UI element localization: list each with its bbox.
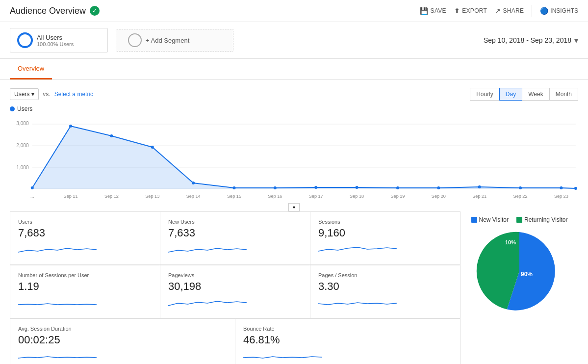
chart-area: Users ▾ vs. Select a metric Hourly Day W… xyxy=(0,80,588,211)
stats-grid-bottom: Avg. Session Duration 00:02:25 Bounce Ra… xyxy=(10,318,460,364)
stat-pages-per-session: Pages / Session 3.30 xyxy=(310,265,460,318)
add-segment-button[interactable]: + Add Segment xyxy=(116,29,233,52)
divider xyxy=(532,5,532,17)
segment-info: All Users 100.00% Users xyxy=(37,34,74,47)
svg-text:Sep 16: Sep 16 xyxy=(268,194,282,199)
stats-and-pie-section: Users 7,683 New Users 7,633 Sessions 9,1… xyxy=(0,211,588,364)
sessions-per-user-sparkline xyxy=(18,296,97,310)
users-legend-dot xyxy=(10,106,15,111)
stats-left: Users 7,683 New Users 7,633 Sessions 9,1… xyxy=(10,211,460,364)
svg-text:Sep 11: Sep 11 xyxy=(64,194,78,199)
stat-sessions-label: Sessions xyxy=(318,219,452,225)
pie-svg: 90% 10% xyxy=(475,227,563,315)
stat-sessions-per-user-label: Number of Sessions per User xyxy=(18,272,152,278)
pie-legend: New Visitor Returning Visitor xyxy=(471,216,568,223)
week-button[interactable]: Week xyxy=(522,88,549,101)
chart-point xyxy=(356,186,358,189)
svg-text:2,000: 2,000 xyxy=(16,143,29,148)
add-segment-label: + Add Segment xyxy=(146,37,189,44)
users-sparkline xyxy=(18,242,97,256)
month-button[interactable]: Month xyxy=(549,88,578,101)
chart-point xyxy=(560,186,562,189)
bounce-rate-sparkline xyxy=(243,349,322,363)
vs-label: vs. xyxy=(43,91,50,98)
select-metric-link[interactable]: Select a metric xyxy=(54,91,93,98)
export-button[interactable]: ⬆ EXPORT xyxy=(454,7,487,15)
stat-bounce-rate-value: 46.81% xyxy=(243,334,452,346)
stat-pageviews-value: 30,198 xyxy=(168,280,302,293)
segment-1-box[interactable]: All Users 100.00% Users xyxy=(10,28,108,52)
tab-overview[interactable]: Overview xyxy=(10,59,52,79)
hourly-button[interactable]: Hourly xyxy=(470,88,499,101)
stats-grid-top: Users 7,683 New Users 7,633 Sessions 9,1… xyxy=(10,211,460,265)
pageviews-sparkline xyxy=(168,296,247,310)
svg-text:3,000: 3,000 xyxy=(16,121,29,126)
chart-point xyxy=(396,186,399,189)
chart-controls: Users ▾ vs. Select a metric Hourly Day W… xyxy=(10,88,578,101)
chart-svg: 3,000 2,000 1,000 xyxy=(10,115,578,204)
date-range-selector[interactable]: Sep 10, 2018 - Sep 23, 2018 ▾ xyxy=(484,36,578,45)
chart-fill-area xyxy=(32,126,576,189)
stat-users-value: 7,683 xyxy=(18,227,152,239)
svg-text:Sep 18: Sep 18 xyxy=(350,194,364,199)
new-users-sparkline xyxy=(168,242,247,256)
stat-sessions-per-user: Number of Sessions per User 1.19 xyxy=(10,265,160,318)
stat-bounce-rate: Bounce Rate 46.81% xyxy=(235,319,460,364)
day-button[interactable]: Day xyxy=(499,88,522,101)
stats-grid-middle: Number of Sessions per User 1.19 Pagevie… xyxy=(10,265,460,318)
add-circle-icon xyxy=(128,33,142,47)
stat-new-users: New Users 7,633 xyxy=(160,212,310,265)
insights-icon: 🔵 xyxy=(540,7,548,15)
segment-bar-left: All Users 100.00% Users + Add Segment xyxy=(10,28,233,52)
chart-collapse-button[interactable]: ▾ xyxy=(288,203,300,211)
chart-point xyxy=(151,146,154,149)
avg-session-sparkline xyxy=(18,349,97,363)
stat-pageviews: Pageviews 30,198 xyxy=(160,265,310,318)
chart-point xyxy=(232,186,235,189)
chart-point xyxy=(69,125,72,128)
svg-text:Sep 21: Sep 21 xyxy=(472,194,486,199)
stat-sessions-per-user-value: 1.19 xyxy=(18,280,152,293)
chevron-down-icon: ▾ xyxy=(574,36,578,45)
svg-text:Sep 14: Sep 14 xyxy=(186,194,201,199)
stat-sessions-value: 9,160 xyxy=(318,227,452,239)
returning-visitor-label: Returning Visitor xyxy=(524,216,568,223)
dropdown-arrow-icon: ▾ xyxy=(31,91,34,98)
pages-per-session-sparkline xyxy=(318,296,397,310)
stat-new-users-value: 7,633 xyxy=(168,227,302,239)
stat-avg-session: Avg. Session Duration 00:02:25 xyxy=(10,319,235,364)
verified-icon: ✓ xyxy=(90,6,100,16)
metric-dropdown[interactable]: Users ▾ xyxy=(10,88,39,100)
new-pct-label: 90% xyxy=(521,271,533,278)
share-button[interactable]: ↗ SHARE xyxy=(495,7,524,15)
top-bar-left: Audience Overview ✓ xyxy=(10,6,100,16)
chart-point xyxy=(274,186,277,189)
time-buttons: Hourly Day Week Month xyxy=(470,88,578,101)
svg-text:Sep 15: Sep 15 xyxy=(227,194,241,199)
svg-text:Sep 19: Sep 19 xyxy=(390,194,405,199)
chart-point xyxy=(574,187,577,190)
segment-name: All Users xyxy=(37,34,74,41)
stat-pageviews-label: Pageviews xyxy=(168,272,302,278)
save-icon: 💾 xyxy=(420,7,428,15)
segment-sub: 100.00% Users xyxy=(37,41,74,47)
stat-pages-per-session-label: Pages / Session xyxy=(318,272,452,278)
segment-circle xyxy=(17,32,33,48)
insights-button[interactable]: 🔵 INSIGHTS xyxy=(540,7,578,15)
chart-point xyxy=(192,182,195,184)
stat-avg-session-value: 00:02:25 xyxy=(18,334,227,346)
svg-text:Sep 23: Sep 23 xyxy=(554,194,568,199)
page-title: Audience Overview xyxy=(10,6,86,16)
date-range-text: Sep 10, 2018 - Sep 23, 2018 xyxy=(484,36,571,44)
line-chart: 3,000 2,000 1,000 xyxy=(10,115,578,211)
returning-visitor-legend: Returning Visitor xyxy=(516,216,568,223)
new-visitor-color xyxy=(471,217,477,223)
metric-label: Users xyxy=(14,91,29,98)
svg-text:Sep 22: Sep 22 xyxy=(513,194,528,199)
save-button[interactable]: 💾 SAVE xyxy=(420,7,446,15)
top-bar: Audience Overview ✓ 💾 SAVE ⬆ EXPORT ↗ SH… xyxy=(0,0,588,22)
share-icon: ↗ xyxy=(495,7,501,15)
chart-legend: Users xyxy=(10,105,578,112)
chart-point xyxy=(478,185,481,188)
stat-bounce-rate-label: Bounce Rate xyxy=(243,326,452,332)
